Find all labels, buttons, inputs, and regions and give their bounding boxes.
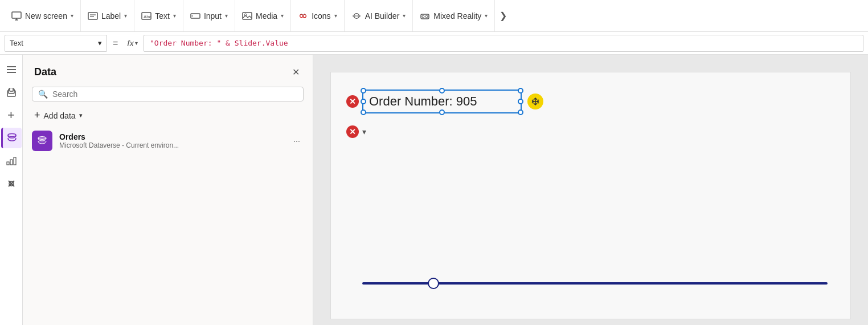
canvas-background: ✕ Order Number: 905	[330, 72, 851, 319]
add-button[interactable]: +	[1, 105, 22, 125]
text-button[interactable]: Abc Text ▾	[134, 0, 183, 31]
resize-handle-tr[interactable]	[518, 88, 523, 94]
formula-input[interactable]	[144, 35, 863, 52]
equals-sign: =	[109, 38, 121, 48]
fx-caret: ▾	[135, 40, 138, 46]
error-badge-2[interactable]: ✕	[346, 125, 359, 138]
resize-handle-mr[interactable]	[518, 99, 523, 104]
svg-text:Abc: Abc	[144, 14, 152, 19]
add-data-caret: ▾	[79, 112, 83, 119]
resize-handle-tc[interactable]	[439, 88, 445, 94]
toolbar: New screen ▾ Label ▾ Abc Text ▾	[0, 0, 868, 32]
slider-thumb[interactable]	[428, 278, 439, 289]
orders-info: Orders Microsoft Dataverse - Current env…	[59, 132, 283, 149]
ai-builder-button[interactable]: AI Builder ▾	[345, 0, 413, 31]
icons-toolbar-icon	[298, 11, 308, 21]
orders-data-source-icon	[32, 131, 52, 151]
sidebar-icons: +	[0, 55, 23, 325]
orders-name: Orders	[59, 132, 283, 141]
overflow-icon: ❯	[499, 10, 507, 21]
svg-rect-0	[12, 12, 21, 18]
media-button[interactable]: Media ▾	[235, 0, 291, 31]
property-dropdown-icon: ▾	[98, 39, 102, 47]
svg-point-9	[191, 15, 193, 17]
text-element[interactable]: Order Number: 905	[362, 90, 522, 113]
new-screen-label: New screen	[25, 11, 67, 21]
label-label: Label	[101, 11, 121, 21]
element-dropdown-arrow[interactable]: ▾	[362, 127, 366, 136]
ai-builder-label: AI Builder	[365, 11, 400, 21]
orders-description: Microsoft Dataverse - Current environ...	[59, 141, 283, 149]
label-caret: ▾	[124, 13, 127, 19]
data-panel-title: Data	[34, 66, 56, 78]
search-icon: 🔍	[38, 90, 48, 99]
orders-more-button[interactable]: ···	[290, 134, 304, 148]
property-selector[interactable]: Text ▾	[5, 35, 107, 52]
text-label: Text	[155, 11, 170, 21]
layers-button[interactable]	[1, 82, 22, 103]
error-badge-1[interactable]: ✕	[346, 95, 359, 108]
svg-rect-3	[88, 13, 97, 19]
media-caret: ▾	[281, 13, 284, 19]
tools-button[interactable]	[1, 173, 22, 194]
resize-handle-ml[interactable]	[361, 99, 366, 104]
charts-button[interactable]	[1, 151, 22, 171]
data-panel: Data ✕ 🔍 + Add data ▾ Orders	[23, 55, 313, 325]
add-data-label: Add data	[44, 111, 76, 120]
formula-bar: Text ▾ = fx ▾	[0, 32, 868, 55]
slider-element[interactable]	[362, 282, 828, 285]
mixed-reality-label: Mixed Reality	[433, 11, 481, 21]
resize-handle-bc[interactable]	[439, 109, 445, 115]
icons-label: Icons	[312, 11, 330, 21]
canvas-area: ✕ Order Number: 905	[313, 55, 868, 325]
resize-handle-tl[interactable]	[361, 88, 366, 94]
svg-point-27	[8, 134, 16, 137]
svg-rect-26	[10, 88, 13, 91]
svg-rect-28	[7, 162, 9, 165]
input-label: Input	[204, 11, 222, 21]
search-box[interactable]: 🔍	[32, 87, 304, 101]
main-area: + Data ✕	[0, 55, 868, 325]
icons-caret: ▾	[334, 13, 337, 19]
mixed-reality-icon	[420, 11, 430, 21]
svg-rect-30	[14, 157, 16, 165]
slider-track	[362, 282, 828, 285]
search-input[interactable]	[52, 90, 297, 99]
mixed-reality-caret: ▾	[485, 13, 488, 19]
data-panel-close-button[interactable]: ✕	[288, 64, 304, 80]
hamburger-menu-button[interactable]	[1, 59, 22, 80]
move-cursor-indicator[interactable]	[527, 94, 543, 109]
input-caret: ▾	[225, 13, 228, 19]
svg-point-20	[425, 15, 428, 18]
screen-icon	[11, 11, 22, 21]
svg-point-13	[303, 14, 306, 17]
data-panel-header: Data ✕	[23, 55, 313, 84]
data-panel-button[interactable]	[1, 128, 22, 148]
orders-data-source[interactable]: Orders Microsoft Dataverse - Current env…	[23, 125, 313, 157]
mixed-reality-button[interactable]: Mixed Reality ▾	[413, 0, 495, 31]
svg-rect-10	[243, 13, 252, 19]
canvas-text-value: Order Number: 905	[369, 94, 477, 108]
media-icon	[242, 11, 252, 21]
text-icon: Abc	[141, 11, 152, 21]
label-icon	[88, 11, 98, 21]
new-screen-caret: ▾	[71, 13, 73, 19]
input-button[interactable]: Input ▾	[183, 0, 235, 31]
property-value: Text	[10, 39, 23, 47]
add-data-button[interactable]: + Add data ▾	[23, 106, 313, 125]
input-icon	[190, 11, 200, 21]
resize-handle-bl[interactable]	[361, 109, 366, 115]
fx-button[interactable]: fx ▾	[124, 38, 141, 48]
fx-icon: fx	[127, 38, 134, 48]
new-screen-button[interactable]: New screen ▾	[5, 0, 81, 31]
media-label: Media	[256, 11, 277, 21]
resize-handle-br[interactable]	[518, 109, 523, 115]
label-button[interactable]: Label ▾	[81, 0, 134, 31]
svg-point-19	[422, 15, 424, 18]
search-container: 🔍	[32, 87, 304, 101]
icons-button[interactable]: Icons ▾	[291, 0, 344, 31]
svg-point-12	[300, 14, 303, 17]
ai-builder-caret: ▾	[403, 13, 406, 19]
toolbar-overflow-button[interactable]: ❯	[495, 10, 511, 21]
text-caret: ▾	[173, 13, 176, 19]
